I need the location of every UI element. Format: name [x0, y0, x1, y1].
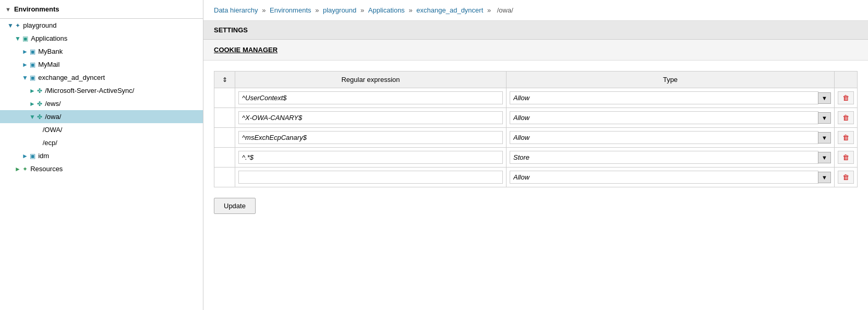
col-type-header: Type: [507, 71, 835, 88]
regex-cell: [235, 88, 507, 108]
type-select[interactable]: AllowStoreBlock: [510, 91, 818, 104]
app-icon: ▼ ▣: [15, 35, 28, 42]
breadcrumb-data-hierarchy[interactable]: Data hierarchy: [214, 6, 258, 14]
env-icon: ▼ ✦: [7, 22, 20, 29]
regex-cell: [235, 168, 507, 187]
type-cell: AllowStoreBlock▼: [507, 108, 835, 128]
owa-icon: ▼ ✤: [29, 113, 42, 121]
settings-header: SETTINGS: [203, 21, 868, 40]
sidebar-item-label: /OWA/: [43, 126, 63, 134]
type-cell: AllowStoreBlock▼: [507, 128, 835, 148]
cookie-table: ⇕ Regular expression Type AllowStoreBloc…: [214, 71, 858, 187]
settings-label: SETTINGS: [214, 26, 248, 34]
sidebar-item-mymail[interactable]: ► ▣ MyMail: [0, 58, 203, 71]
delete-cell: 🗑: [835, 88, 858, 108]
delete-cell: 🗑: [835, 108, 858, 128]
row-sort-cell: [214, 148, 235, 168]
regex-input[interactable]: [238, 171, 503, 184]
sidebar-title: Environments: [14, 5, 59, 13]
regex-input[interactable]: [238, 91, 503, 104]
breadcrumb-exchange[interactable]: exchange_ad_dyncert: [416, 6, 483, 14]
regex-input[interactable]: [238, 151, 503, 164]
sidebar-item-mybank[interactable]: ► ▣ MyBank: [0, 45, 203, 58]
sidebar-item-ews[interactable]: ► ✤ /ews/: [0, 97, 203, 110]
regex-input[interactable]: [238, 111, 503, 124]
sidebar-item-OWA[interactable]: /OWA/: [0, 123, 203, 136]
select-arrow-icon[interactable]: ▼: [818, 112, 831, 124]
sidebar-item-label: idm: [38, 152, 49, 160]
ews-icon: ► ✤: [29, 100, 42, 108]
sidebar-item-label: Resources: [30, 165, 63, 173]
row-sort-cell: [214, 88, 235, 108]
row-sort-cell: [214, 128, 235, 148]
breadcrumb-sep: »: [487, 6, 493, 14]
type-select[interactable]: AllowStoreBlock: [510, 131, 818, 144]
type-cell: AllowStoreBlock▼: [507, 148, 835, 168]
select-arrow-icon[interactable]: ▼: [818, 152, 831, 163]
table-area: ⇕ Regular expression Type AllowStoreBloc…: [203, 61, 868, 224]
resource-icon: ► ✦: [15, 165, 28, 173]
sidebar-item-label: /owa/: [45, 113, 61, 121]
page-icon: ► ▣: [22, 48, 35, 55]
activesync-icon: ► ✤: [29, 87, 42, 94]
breadcrumb-environments[interactable]: Environments: [270, 6, 311, 14]
breadcrumb: Data hierarchy » Environments » playgrou…: [203, 0, 868, 21]
sidebar-item-owa[interactable]: ▼ ✤ /owa/: [0, 110, 203, 123]
sidebar-item-label: /ecp/: [43, 139, 57, 147]
delete-cell: 🗑: [835, 148, 858, 168]
main-content: Data hierarchy » Environments » playgrou…: [203, 0, 868, 310]
col-regex-label: Regular expression: [341, 76, 400, 84]
breadcrumb-sep: »: [262, 6, 268, 14]
delete-cell: 🗑: [835, 168, 858, 187]
breadcrumb-sep: »: [409, 6, 415, 14]
select-arrow-icon[interactable]: ▼: [818, 172, 831, 183]
table-row: AllowStoreBlock▼🗑: [214, 148, 858, 168]
sidebar-item-label: /ews/: [45, 100, 61, 108]
sidebar-item-activesync[interactable]: ► ✤ /Microsoft-Server-ActiveSync/: [0, 84, 203, 97]
sidebar-item-idm[interactable]: ► ▣ idm: [0, 149, 203, 162]
type-cell: AllowStoreBlock▼: [507, 168, 835, 187]
page-icon: ► ▣: [22, 61, 35, 68]
table-row: AllowStoreBlock▼🗑: [214, 88, 858, 108]
sidebar: ▼ Environments ▼ ✦ playground ▼ ▣ Applic…: [0, 0, 203, 310]
col-regex-header: Regular expression: [235, 71, 507, 88]
select-arrow-icon[interactable]: ▼: [818, 132, 831, 144]
delete-button[interactable]: 🗑: [838, 111, 854, 124]
type-select[interactable]: AllowStoreBlock: [510, 151, 818, 164]
col-sort[interactable]: ⇕: [214, 71, 235, 88]
breadcrumb-playground[interactable]: playground: [323, 6, 356, 14]
breadcrumb-applications[interactable]: Applications: [368, 6, 405, 14]
page-icon: ▼ ▣: [22, 74, 35, 81]
sidebar-item-resources[interactable]: ► ✦ Resources: [0, 162, 203, 175]
delete-button[interactable]: 🗑: [838, 131, 854, 144]
table-row: AllowStoreBlock▼🗑: [214, 168, 858, 187]
delete-button[interactable]: 🗑: [838, 91, 854, 104]
type-select[interactable]: AllowStoreBlock: [510, 111, 818, 124]
ecp-icon: [37, 139, 40, 147]
delete-button[interactable]: 🗑: [838, 151, 854, 164]
sort-icon[interactable]: ⇕: [222, 76, 227, 84]
sidebar-item-label: Applications: [31, 34, 67, 42]
cookie-manager-header[interactable]: COOKIE MANAGER: [203, 40, 868, 61]
sidebar-item-label: exchange_ad_dyncert: [38, 74, 105, 81]
type-select[interactable]: AllowStoreBlock: [510, 171, 818, 184]
sidebar-item-label: playground: [23, 21, 56, 29]
regex-cell: [235, 108, 507, 128]
breadcrumb-sep: »: [360, 6, 366, 14]
sidebar-header[interactable]: ▼ Environments: [0, 0, 203, 19]
type-cell: AllowStoreBlock▼: [507, 88, 835, 108]
environments-chevron: ▼: [5, 6, 11, 13]
sidebar-item-ecp[interactable]: /ecp/: [0, 136, 203, 149]
regex-input[interactable]: [238, 131, 503, 144]
update-button[interactable]: Update: [214, 198, 256, 214]
breadcrumb-sep: »: [315, 6, 321, 14]
sidebar-item-exchange-ad-dyncert[interactable]: ▼ ▣ exchange_ad_dyncert: [0, 71, 203, 84]
sidebar-item-playground[interactable]: ▼ ✦ playground: [0, 19, 203, 32]
delete-button[interactable]: 🗑: [838, 171, 854, 184]
idm-icon: ► ▣: [22, 152, 35, 160]
select-arrow-icon[interactable]: ▼: [818, 92, 831, 104]
row-sort-cell: [214, 108, 235, 128]
table-row: AllowStoreBlock▼🗑: [214, 128, 858, 148]
sidebar-item-applications[interactable]: ▼ ▣ Applications: [0, 32, 203, 45]
col-type-label: Type: [663, 76, 678, 84]
